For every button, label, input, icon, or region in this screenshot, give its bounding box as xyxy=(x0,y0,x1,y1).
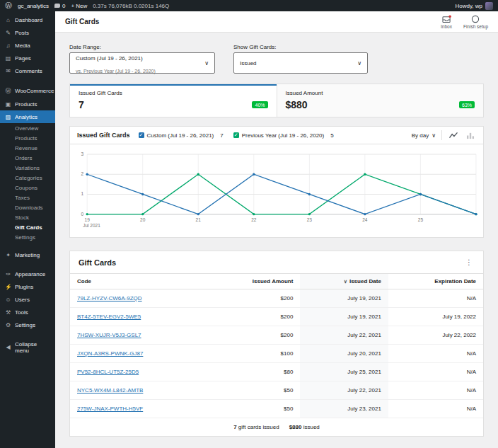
code-link[interactable]: JXQN-A3RS-PWNK-GJ87 xyxy=(77,350,143,357)
column-header-label: Expiration Date xyxy=(434,278,476,285)
date-range-value: Custom (Jul 19 - 26, 2021) xyxy=(76,55,143,62)
sidebar-item-plugins[interactable]: ⚡Plugins xyxy=(0,280,55,293)
divider xyxy=(441,130,442,140)
menu-separator xyxy=(0,77,55,84)
sidebar-subitem-categories[interactable]: Categories xyxy=(0,173,55,183)
expiration-date-cell: July 22, 2022 xyxy=(388,326,483,344)
new-button[interactable]: + New xyxy=(71,3,87,9)
tile-delta-badge: 40% xyxy=(252,101,267,108)
sidebar-item-marketing[interactable]: ✦Marketing xyxy=(0,248,55,261)
sidebar-menu: ⌂Dashboard✎Posts♫Media▤Pages✉CommentsⓌWo… xyxy=(0,13,55,357)
sidebar-subitem-products[interactable]: Products xyxy=(0,133,55,143)
issued-date-cell: July 19, 2021 xyxy=(300,307,388,326)
sidebar: ⌂Dashboard✎Posts♫Media▤Pages✉CommentsⓌWo… xyxy=(0,11,55,448)
sidebar-item-pages[interactable]: ▤Pages xyxy=(0,52,55,64)
svg-text:23: 23 xyxy=(307,217,313,222)
summary-gift-cards-issued: 7 gift cards issued xyxy=(233,424,279,430)
sidebar-subitem-orders[interactable]: Orders xyxy=(0,153,55,163)
site-name-link[interactable]: gc_analytics xyxy=(18,3,49,9)
code-link[interactable]: 275W-JNAX-PWTH-H5VF xyxy=(77,406,143,412)
sidebar-subitem-variations[interactable]: Variations xyxy=(0,163,55,173)
sidebar-subitem-coupons[interactable]: Coupons xyxy=(0,183,55,193)
show-giftcards-value: Issued xyxy=(240,60,257,67)
svg-text:0: 0 xyxy=(81,212,84,217)
sidebar-item-users[interactable]: ☺Users xyxy=(0,293,55,306)
tile-value: 7 xyxy=(79,99,84,110)
sidebar-item-appearance[interactable]: ✑Appearance xyxy=(0,268,55,280)
wordpress-logo-icon[interactable]: Ⓦ xyxy=(5,0,12,11)
code-link[interactable]: 79LZ-HYZV-CW6A-9ZQD xyxy=(77,295,142,301)
kebab-menu-button[interactable]: ⋮ xyxy=(463,258,475,266)
column-header-code[interactable]: Code xyxy=(70,273,207,289)
legend-value: 5 xyxy=(330,132,333,139)
column-header-expiration-date[interactable]: Expiration Date xyxy=(388,273,483,289)
issued-amount-cell: $200 xyxy=(207,326,300,344)
column-header-label: Code xyxy=(77,278,91,285)
inbox-icon xyxy=(442,15,451,23)
tile-value: $880 xyxy=(286,99,308,110)
code-link[interactable]: 7HSW-XUJR-V5J3-GSL7 xyxy=(77,332,141,338)
chevron-down-icon: ∨ xyxy=(432,132,436,139)
sidebar-item-tools[interactable]: ⚒Tools xyxy=(0,306,55,318)
avatar[interactable] xyxy=(485,2,493,10)
comments-button[interactable]: 0 xyxy=(54,3,65,9)
sort-desc-icon: ∨ xyxy=(344,279,347,284)
interval-select[interactable]: By day ∨ xyxy=(412,132,436,139)
sidebar-subitem-stock[interactable]: Stock xyxy=(0,212,55,222)
woocommerce-icon: Ⓦ xyxy=(5,87,11,95)
sidebar-item-label: Comments xyxy=(15,68,42,74)
settings-icon: ⚙ xyxy=(5,322,11,328)
sidebar-item-label: Settings xyxy=(15,322,35,328)
sidebar-item-settings[interactable]: ⚙Settings xyxy=(0,318,55,331)
performance-stats[interactable]: 0.37s 76,076kB 0.0201s 146Q xyxy=(93,3,169,9)
svg-text:20: 20 xyxy=(140,217,146,222)
giftcards-table: CodeIssued Amount∨Issued DateExpiration … xyxy=(70,273,483,436)
sidebar-item-media[interactable]: ♫Media xyxy=(0,39,55,52)
date-range-label: Date Range: xyxy=(69,44,215,50)
legend-item-custom-jul-19-26-2021[interactable]: ✓Custom (Jul 19 - 26, 2021)7 xyxy=(139,132,224,139)
code-link[interactable]: BT4Z-5TEV-EGV2-5WE5 xyxy=(77,314,141,320)
summary-tile-issued-gift-cards[interactable]: Issued Gift Cards740% xyxy=(70,84,277,117)
table-row: 275W-JNAX-PWTH-H5VF$50July 23, 2021N/A xyxy=(70,399,483,418)
sidebar-subitem-settings[interactable]: Settings xyxy=(0,232,55,242)
svg-text:Jul 2021: Jul 2021 xyxy=(83,223,100,228)
line-chart-toggle[interactable] xyxy=(448,131,459,140)
bar-chart-toggle[interactable] xyxy=(465,131,476,140)
sidebar-item-label: Plugins xyxy=(15,284,33,290)
issued-amount-cell: $200 xyxy=(207,307,300,326)
column-header-issued-amount[interactable]: Issued Amount xyxy=(207,273,300,289)
finish-setup-button[interactable]: Finish setup xyxy=(463,15,488,29)
code-link[interactable]: NYC5-WX4M-L842-AMTB xyxy=(77,387,143,394)
code-cell: NYC5-WX4M-L842-AMTB xyxy=(70,381,207,399)
legend-item-previous-year-jul-19-26-2020[interactable]: ✓Previous Year (Jul 19 - 26, 2020)5 xyxy=(233,132,334,139)
sidebar-item-analytics[interactable]: ▨Analytics xyxy=(0,110,55,123)
sidebar-item-collapse-menu[interactable]: ◀Collapse menu xyxy=(0,338,55,357)
inbox-button[interactable]: Inbox xyxy=(441,15,452,29)
svg-text:25: 25 xyxy=(418,217,424,222)
sidebar-subitem-revenue[interactable]: Revenue xyxy=(0,143,55,153)
summary-tile-issued-amount[interactable]: Issued Amount$88063% xyxy=(277,84,484,117)
sidebar-item-comments[interactable]: ✉Comments xyxy=(0,64,55,77)
show-giftcards-label: Show Gift Cards: xyxy=(233,44,368,50)
sidebar-item-woocommerce[interactable]: ⓌWooCommerce xyxy=(0,84,55,98)
sidebar-item-posts[interactable]: ✎Posts xyxy=(0,26,55,39)
date-range-select[interactable]: Custom (Jul 19 - 26, 2021) vs. Previous … xyxy=(69,52,215,74)
sidebar-subitem-gift-cards[interactable]: Gift Cards xyxy=(0,222,55,232)
sidebar-item-dashboard[interactable]: ⌂Dashboard xyxy=(0,13,55,26)
column-header-issued-date[interactable]: ∨Issued Date xyxy=(300,273,388,289)
tile-label: Issued Amount xyxy=(286,90,475,96)
howdy-link[interactable]: Howdy, wp xyxy=(455,3,482,9)
sidebar-item-products[interactable]: ▣Products xyxy=(0,98,55,110)
svg-text:22: 22 xyxy=(251,217,257,222)
code-link[interactable]: PV52-8HCL-UT5Z-25D5 xyxy=(77,369,139,375)
admin-bar: Ⓦ gc_analytics 0 + New 0.37s 76,076kB 0.… xyxy=(0,0,498,11)
sidebar-subitem-overview[interactable]: Overview xyxy=(0,123,55,133)
report-filters: Date Range: Custom (Jul 19 - 26, 2021) v… xyxy=(69,44,484,74)
issued-date-cell: July 22, 2021 xyxy=(300,381,388,399)
sidebar-subitem-taxes[interactable]: Taxes xyxy=(0,193,55,202)
sidebar-subitem-downloads[interactable]: Downloads xyxy=(0,202,55,212)
sidebar-item-label: Products xyxy=(15,101,37,108)
legend-label: Previous Year (Jul 19 - 26, 2020) xyxy=(242,132,325,139)
sidebar-item-label: Users xyxy=(15,297,30,303)
show-giftcards-select[interactable]: Issued ∨ xyxy=(233,52,368,74)
